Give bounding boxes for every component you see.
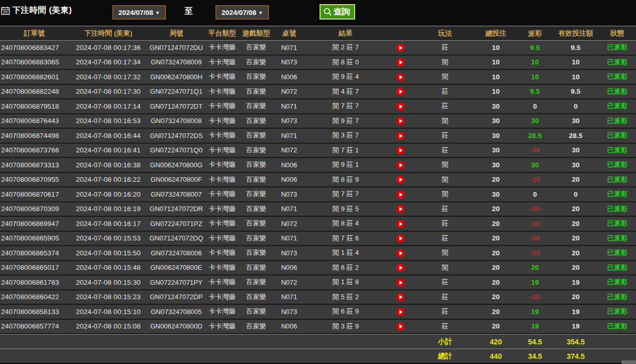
cell-platform: 卡卡灣廳 (205, 322, 240, 331)
cell-result: 閒 7 莊 7 (306, 101, 386, 111)
col-header-total-bet: 總投注 (475, 29, 517, 38)
replay-play-icon[interactable] (396, 279, 405, 287)
horizontal-scrollbar-thumb[interactable] (622, 360, 636, 364)
cell-valid-bet: 20 (553, 249, 598, 257)
cell-total-bet: 20 (475, 279, 517, 286)
cell-status: 已派彩 (598, 72, 636, 81)
replay-play-icon[interactable] (396, 44, 405, 52)
cell-round-id: GN0062470800F (148, 176, 205, 183)
cell-total-bet: 20 (475, 308, 517, 316)
cell-bet-time: 2024-07-08 00:17:32 (69, 73, 148, 81)
replay-play-icon[interactable] (396, 220, 405, 228)
play-triangle-icon (399, 324, 403, 328)
replay-play-icon[interactable] (396, 293, 405, 301)
cell-table-no: N073 (273, 249, 306, 257)
table-row: 240708006883065 2024-07-08 00:17:34 GN07… (0, 56, 636, 71)
cell-valid-bet: 19 (553, 308, 598, 316)
cell-platform: 卡卡灣廳 (205, 189, 240, 199)
cell-replay (386, 263, 415, 272)
replay-play-icon[interactable] (396, 322, 405, 331)
col-header-status: 狀態 (598, 29, 636, 38)
replay-play-icon[interactable] (396, 88, 405, 96)
cell-valid-bet: 9.5 (553, 88, 598, 95)
replay-play-icon[interactable] (396, 234, 405, 242)
cell-status: 已派彩 (598, 292, 636, 302)
cell-game-type: 百家樂 (240, 131, 273, 140)
cell-bet-time: 2024-07-08 00:16:22 (69, 176, 148, 183)
cell-valid-bet: 19 (553, 279, 598, 286)
subtotal-label: 小計 (415, 337, 475, 346)
replay-play-icon[interactable] (396, 205, 405, 213)
cell-table-no: N073 (273, 308, 306, 316)
cell-order: 240708006883065 (0, 58, 69, 66)
cell-payout: -20 (517, 249, 553, 257)
cell-order: 240708006882248 (0, 88, 69, 95)
table-row: 240708006865374 2024-07-08 00:15:50 GN07… (0, 246, 636, 261)
cell-bet-time: 2024-07-08 00:15:30 (69, 279, 148, 286)
chevron-down-icon: ▼ (155, 10, 160, 15)
replay-play-icon[interactable] (396, 102, 405, 111)
cell-bet-time: 2024-07-08 00:15:48 (69, 264, 148, 271)
cell-result: 閒 8 莊 4 (306, 219, 386, 228)
cell-payout: 28.5 (517, 132, 553, 140)
cell-total-bet: 10 (475, 44, 517, 51)
replay-play-icon[interactable] (396, 264, 405, 272)
cell-order: 240708006858133 (0, 308, 69, 316)
cell-status: 已派彩 (598, 58, 636, 67)
chevron-down-icon: ▼ (258, 10, 263, 15)
cell-order: 240708006865374 (0, 249, 69, 257)
replay-play-icon[interactable] (396, 308, 405, 316)
cell-payout: -20 (517, 220, 553, 228)
cell-valid-bet: 10 (553, 58, 598, 66)
replay-play-icon[interactable] (396, 176, 405, 184)
cell-status: 已派彩 (598, 116, 636, 126)
date-from-picker[interactable]: 2024/07/08 ▼ (112, 5, 166, 20)
cell-valid-bet: 20 (553, 176, 598, 183)
cell-status: 已派彩 (598, 322, 636, 331)
cell-platform: 卡卡灣廳 (205, 101, 240, 111)
replay-play-icon[interactable] (396, 249, 405, 257)
cell-platform: 卡卡灣廳 (205, 58, 240, 67)
subtotal-valid-bet: 354.5 (553, 338, 598, 346)
cell-total-bet: 10 (475, 58, 517, 66)
cell-bet-time: 2024-07-08 00:17:36 (69, 44, 148, 51)
table-header: 訂單號 下注時間 (美東) 局號 平台類型 遊戲類型 桌號 結果 玩法 總投注 … (0, 26, 636, 41)
replay-play-icon[interactable] (396, 73, 405, 81)
grand-total-total-bet: 440 (475, 352, 517, 360)
cell-round-id: GN072247071Q0 (148, 146, 205, 154)
table-row: 240708006865905 2024-07-08 00:15:53 GN07… (0, 232, 636, 247)
date-to-picker[interactable]: 2024/07/08 ▼ (215, 5, 269, 20)
cell-result: 閒 1 莊 4 (306, 248, 386, 257)
col-header-order: 訂單號 (0, 29, 69, 38)
replay-play-icon[interactable] (396, 132, 405, 140)
table-row: 240708006857774 2024-07-08 00:15:08 GN00… (0, 320, 636, 335)
col-header-payout: 派彩 (517, 29, 553, 38)
cell-bet-method: 閒 (415, 116, 475, 126)
cell-game-type: 百家樂 (240, 278, 273, 287)
cell-bet-time: 2024-07-08 00:17:30 (69, 88, 148, 95)
cell-game-type: 百家樂 (240, 160, 273, 169)
cell-round-id: GN071247072DS (148, 132, 205, 140)
cell-table-no: N071 (273, 293, 306, 301)
replay-play-icon[interactable] (396, 58, 405, 66)
replay-play-icon[interactable] (396, 161, 405, 169)
cell-replay (386, 322, 415, 331)
table-row: 240708006865017 2024-07-08 00:15:48 GN00… (0, 261, 636, 276)
cell-replay (386, 131, 415, 140)
page-title-wrap: 下注時間 (美東) (1, 5, 72, 16)
cell-total-bet: 20 (475, 176, 517, 183)
cell-replay (386, 116, 415, 125)
replay-play-icon[interactable] (396, 146, 405, 154)
cell-payout: 0 (517, 190, 553, 198)
cell-valid-bet: 30 (553, 117, 598, 125)
replay-play-icon[interactable] (396, 190, 405, 199)
cell-replay (386, 102, 415, 111)
search-button[interactable]: 查詢 (320, 4, 355, 20)
play-triangle-icon (399, 310, 403, 314)
cell-bet-time: 2024-07-08 00:16:38 (69, 161, 148, 169)
cell-order: 240708006879518 (0, 102, 69, 110)
cell-result: 閒 9 莊 1 (306, 160, 386, 169)
play-triangle-icon (399, 281, 403, 285)
replay-play-icon[interactable] (396, 117, 405, 125)
play-triangle-icon (399, 163, 403, 167)
